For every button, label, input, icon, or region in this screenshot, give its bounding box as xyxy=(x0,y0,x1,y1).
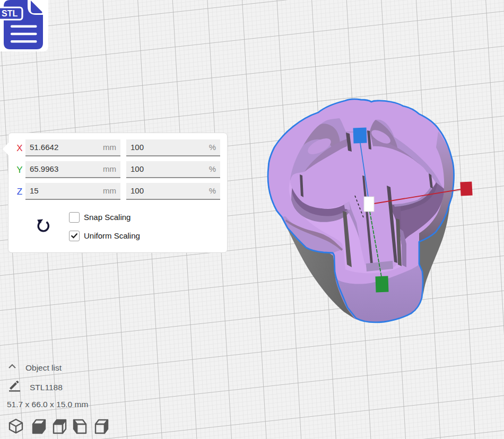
svg-text:STL: STL xyxy=(2,9,18,18)
